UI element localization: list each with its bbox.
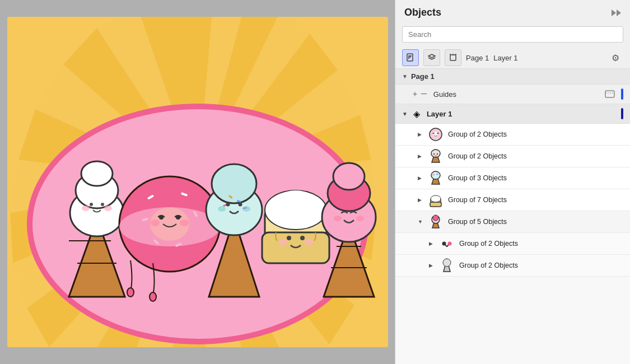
svg-rect-90 bbox=[605, 91, 614, 97]
layer-caret: ▼ bbox=[402, 111, 408, 117]
svg-point-69 bbox=[287, 236, 291, 240]
sub-object-row-1[interactable]: ▶ Group of 2 Objects bbox=[395, 233, 630, 255]
svg-point-62 bbox=[238, 203, 242, 207]
sub-object-row-2[interactable]: ▶ Group of 2 Objects bbox=[395, 255, 630, 277]
svg-point-63 bbox=[218, 206, 226, 212]
svg-point-53 bbox=[150, 292, 156, 301]
artwork bbox=[7, 17, 388, 347]
obj-thumb-5 bbox=[428, 214, 444, 230]
obj-thumb-3 bbox=[428, 170, 444, 186]
page-view-button[interactable] bbox=[402, 49, 419, 66]
sub-obj-thumb-1 bbox=[439, 236, 455, 251]
guides-icons bbox=[604, 88, 623, 100]
settings-button[interactable]: ⚙ bbox=[608, 50, 623, 66]
svg-point-38 bbox=[104, 206, 112, 211]
svg-rect-84 bbox=[408, 57, 411, 58]
svg-point-100 bbox=[437, 153, 438, 155]
page-section-label: Page 1 bbox=[411, 72, 435, 81]
svg-point-99 bbox=[433, 153, 435, 155]
layer-row[interactable]: ▼ ◈ Layer 1 bbox=[395, 104, 630, 124]
sub-obj-caret-2: ▶ bbox=[429, 263, 435, 268]
object-row-3[interactable]: ▶ Group of 3 Objects bbox=[395, 167, 630, 189]
layers-view-button[interactable] bbox=[423, 49, 440, 66]
panel-collapse-button[interactable] bbox=[612, 10, 621, 16]
svg-point-110 bbox=[433, 215, 438, 221]
obj-thumb-1 bbox=[428, 127, 444, 142]
search-input-wrap bbox=[402, 26, 623, 43]
obj-thumb-4 bbox=[428, 192, 444, 208]
obj-label-5: Group of 5 Objects bbox=[448, 218, 623, 226]
svg-point-107 bbox=[431, 195, 441, 202]
svg-point-51 bbox=[180, 220, 189, 226]
svg-point-70 bbox=[300, 236, 305, 240]
guides-color-bar bbox=[621, 88, 623, 100]
search-container bbox=[395, 23, 630, 47]
svg-rect-82 bbox=[408, 58, 409, 59]
obj-caret-3: ▶ bbox=[418, 175, 423, 181]
svg-marker-85 bbox=[428, 54, 435, 58]
svg-point-79 bbox=[334, 216, 342, 221]
sub-obj-label-1: Group of 2 Objects bbox=[459, 240, 623, 248]
object-row-2[interactable]: ▶ Group of 2 Objects bbox=[395, 146, 630, 167]
svg-point-95 bbox=[437, 133, 439, 134]
svg-point-36 bbox=[101, 203, 104, 206]
tree-content: ▼ Page 1 ＋ ─ Guides ▼ ◈ Layer 1 ▶ bbox=[395, 69, 630, 364]
guides-hide-button[interactable] bbox=[604, 88, 615, 100]
svg-rect-83 bbox=[408, 55, 412, 57]
svg-point-50 bbox=[151, 220, 160, 226]
object-row-1[interactable]: ▶ Group of 2 Objects bbox=[395, 124, 630, 146]
sub-obj-label-2: Group of 2 Objects bbox=[459, 262, 623, 269]
svg-rect-86 bbox=[450, 55, 456, 60]
svg-point-34 bbox=[81, 161, 113, 186]
svg-point-52 bbox=[127, 288, 134, 297]
artboard-view-button[interactable] bbox=[445, 49, 461, 66]
svg-rect-106 bbox=[430, 202, 441, 207]
canvas-area bbox=[0, 0, 395, 364]
guides-label: Guides bbox=[433, 90, 600, 99]
svg-point-35 bbox=[90, 203, 93, 206]
sub-obj-caret-1: ▶ bbox=[429, 241, 435, 246]
object-row-5[interactable]: ▼ Group of 5 Objects bbox=[395, 211, 630, 233]
layer-label: Layer 1 bbox=[493, 54, 517, 62]
obj-label-4: Group of 7 Objects bbox=[448, 196, 623, 204]
svg-point-64 bbox=[242, 206, 250, 212]
layer-color-bar bbox=[621, 108, 623, 119]
svg-point-37 bbox=[82, 206, 90, 211]
svg-point-61 bbox=[226, 203, 230, 207]
svg-point-78 bbox=[333, 163, 365, 190]
guides-add-button[interactable]: ＋ ─ bbox=[411, 89, 427, 99]
svg-point-68 bbox=[273, 190, 318, 218]
obj-caret-2: ▶ bbox=[418, 153, 423, 159]
sub-obj-thumb-2 bbox=[439, 258, 455, 273]
obj-caret-5: ▼ bbox=[418, 219, 423, 225]
svg-point-72 bbox=[304, 239, 313, 245]
page-section-header[interactable]: ▼ Page 1 bbox=[395, 69, 630, 85]
search-input[interactable] bbox=[408, 30, 617, 39]
objects-panel: Objects Page 1 Layer 1 ⚙ ▼ Page 1 bbox=[395, 0, 630, 364]
page-caret: ▼ bbox=[402, 73, 408, 80]
svg-point-71 bbox=[278, 239, 287, 245]
guides-row: ＋ ─ Guides bbox=[395, 85, 630, 104]
svg-point-114 bbox=[443, 259, 451, 267]
obj-label-3: Group of 3 Objects bbox=[448, 174, 623, 182]
obj-caret-4: ▶ bbox=[418, 197, 423, 203]
page-label: Page 1 bbox=[466, 54, 489, 62]
obj-label-1: Group of 2 Objects bbox=[448, 130, 623, 138]
svg-point-56 bbox=[212, 164, 256, 203]
layer-label-text: Layer 1 bbox=[427, 110, 617, 118]
svg-point-80 bbox=[356, 216, 364, 221]
obj-label-2: Group of 2 Objects bbox=[448, 152, 623, 160]
obj-thumb-2 bbox=[428, 148, 444, 164]
toolbar-row: Page 1 Layer 1 ⚙ bbox=[395, 47, 630, 69]
panel-title: Objects bbox=[404, 7, 441, 18]
obj-caret-1: ▶ bbox=[418, 132, 423, 137]
panel-header: Objects bbox=[395, 0, 630, 23]
object-row-4[interactable]: ▶ Group of 7 Objects bbox=[395, 189, 630, 211]
layer-icon: ◈ bbox=[413, 109, 420, 119]
